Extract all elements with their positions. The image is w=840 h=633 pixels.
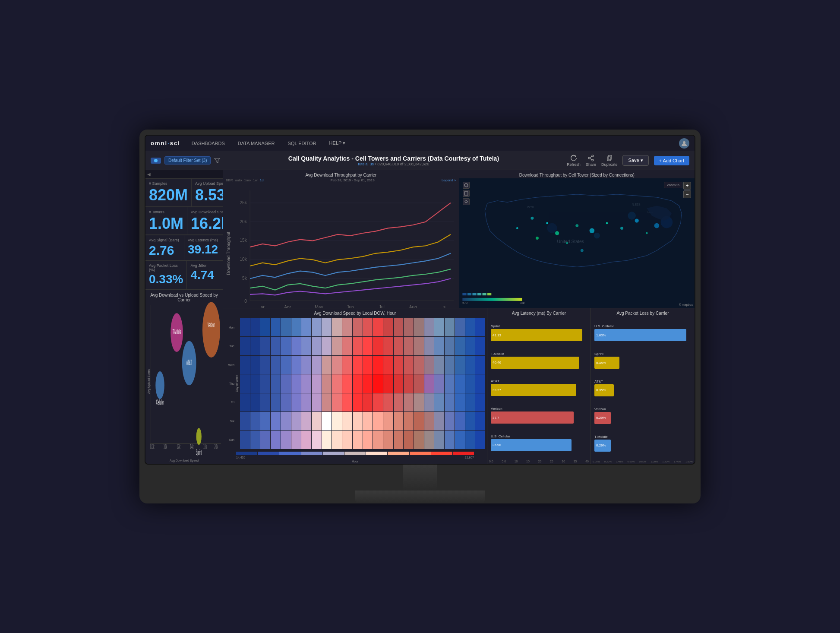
svg-rect-7 [608, 155, 612, 159]
nav-data-manager[interactable]: DATA MANAGER [235, 139, 278, 148]
hm-cell [455, 356, 465, 374]
save-button[interactable]: Save ▾ [622, 155, 648, 166]
hm-cell [281, 431, 291, 449]
hm-cell [260, 337, 270, 355]
metric-signal: Avg Signal (Bars) 2.76 [145, 235, 184, 260]
svg-rect-71 [462, 298, 522, 301]
hm-cell [383, 393, 393, 411]
svg-point-56 [620, 227, 623, 230]
svg-text:Sprint: Sprint [196, 448, 202, 456]
hm-cell [353, 374, 363, 392]
svg-text:20k: 20k [240, 219, 247, 224]
metric-packet-loss-value: 0.33% [149, 273, 183, 286]
hm-cell [291, 318, 301, 336]
hm-cell [434, 318, 444, 336]
metric-samples-label: # Samples [149, 181, 188, 186]
svg-text:33k: 33k [520, 301, 525, 304]
hm-cell [312, 374, 322, 392]
hm-cell [424, 318, 434, 336]
svg-rect-76 [472, 293, 476, 295]
filter-toggle-button[interactable] [151, 158, 161, 164]
hm-cell [373, 337, 383, 355]
line-chart-title: Avg Download Throughput by Carrier [223, 170, 459, 178]
legend-button[interactable]: Legend > [442, 178, 456, 182]
svg-text:8.0k: 8.0k [150, 443, 155, 451]
user-avatar[interactable] [679, 138, 689, 149]
nav-sql-editor[interactable]: SQL EDITOR [285, 139, 319, 148]
hm-cell [332, 356, 342, 374]
scatter-title: Avg Download vs Upload Speed by Carrier [145, 290, 223, 303]
hm-cell [465, 318, 475, 336]
hm-cell [424, 431, 434, 449]
hm-cell [301, 356, 311, 374]
hm-cell [404, 374, 414, 392]
refresh-button[interactable]: Refresh [567, 155, 581, 167]
nav-help[interactable]: HELP ▾ [327, 139, 348, 148]
metric-samples: # Samples 820M [145, 179, 192, 207]
zoom-to-label: Zoom to [664, 182, 682, 188]
hm-cell [301, 412, 311, 430]
header-center: Call Quality Analytics - Cell Towers and… [288, 155, 499, 166]
hm-cell [383, 412, 393, 430]
hm-cell [312, 431, 322, 449]
hm-cell [445, 431, 455, 449]
hm-cell [394, 337, 404, 355]
dashboard-subtitle: tutela_us • 820,646,010 of 2,331,342,620 [288, 162, 499, 166]
svg-point-3 [588, 157, 590, 159]
nav-dashboards[interactable]: DASHBOARDS [189, 139, 227, 148]
hm-cell [363, 431, 373, 449]
zoom-out-button[interactable]: − [683, 190, 691, 198]
duplicate-button[interactable]: Duplicate [601, 155, 618, 167]
hm-cell [260, 412, 270, 430]
hm-cell [332, 393, 342, 411]
line-chart-svg: 0 5k 10k 15k 20k 25k ar Apr May [225, 184, 457, 308]
add-chart-button[interactable]: + Add Chart [654, 156, 689, 165]
filter-set-display: Default Filter Set (3) [164, 156, 211, 165]
svg-text:25k: 25k [240, 200, 247, 205]
hm-cell [301, 374, 311, 392]
hm-cell [434, 431, 444, 449]
svg-point-65 [594, 233, 600, 239]
hm-cell [363, 374, 373, 392]
hm-cell [434, 337, 444, 355]
metric-download-value: 16.2k [191, 215, 223, 232]
svg-text:May: May [315, 305, 323, 308]
svg-text:5k: 5k [242, 276, 247, 281]
hm-cell [383, 374, 393, 392]
svg-text:10k: 10k [164, 443, 167, 451]
hm-cell [465, 393, 475, 411]
hm-cell [342, 356, 352, 374]
map-rect-btn[interactable] [463, 190, 470, 197]
hm-cell [332, 337, 342, 355]
share-label: Share [586, 162, 596, 167]
map-circle-btn[interactable] [463, 182, 470, 189]
zoom-in-button[interactable]: + [683, 182, 691, 190]
map-lasso-btn[interactable] [463, 198, 470, 205]
svg-text:Jun: Jun [347, 305, 354, 308]
metric-signal-value: 2.76 [149, 243, 180, 257]
metric-samples-value: 820M [149, 187, 188, 204]
svg-text:United States: United States [557, 239, 584, 244]
share-button[interactable]: Share [586, 155, 596, 167]
hm-cell [332, 431, 342, 449]
svg-text:Apr: Apr [284, 305, 291, 308]
hm-cell [414, 318, 424, 336]
filter-icon[interactable] [214, 158, 220, 164]
hm-cell [353, 356, 363, 374]
hm-cell [322, 318, 332, 336]
hm-cell [363, 337, 373, 355]
hm-cell [312, 412, 322, 430]
hm-cell [240, 374, 250, 392]
hm-cell [312, 337, 322, 355]
hm-cell [394, 412, 404, 430]
hm-cell [455, 412, 465, 430]
hm-cell [291, 412, 301, 430]
hm-cell [475, 374, 485, 392]
svg-text:Jul: Jul [379, 305, 385, 308]
hm-cell [353, 431, 363, 449]
hm-cell [465, 431, 475, 449]
hm-cell [322, 393, 332, 411]
latency-chart-title: Avg Latency (ms) By Carrier [487, 308, 591, 316]
hm-cell [373, 356, 383, 374]
packet-loss-bar-chart: Avg Packet Loss by Carrier U.S. Cellular… [591, 308, 695, 464]
